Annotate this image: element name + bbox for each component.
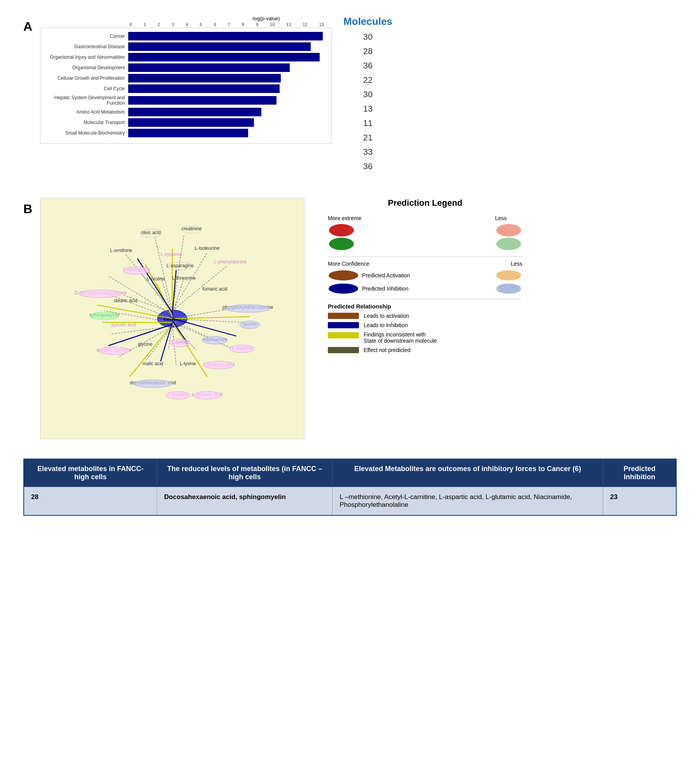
svg-text:pyruvic acid: pyruvic acid (112, 322, 136, 328)
predicted-relationship-label: Predicted Relationship (328, 303, 522, 310)
chart-area: -log(p-value) 0 1 2 3 4 5 6 7 8 9 10 11 … (40, 16, 332, 144)
effect-not-predicted-label: Effect not predicted (364, 347, 410, 353)
molecule-values: 30283622301311213336 (343, 31, 392, 175)
findings-inconsistent-label: Findings inconsistent with State of down… (364, 331, 437, 344)
bar-row: Small Molecule Biochemistry (40, 129, 331, 137)
svg-point-75 (170, 339, 190, 347)
chart-bars: CancerGastrointestinal DiseaseOrganismal… (40, 28, 332, 144)
bar-container (128, 84, 322, 93)
legend-divider-1 (328, 256, 522, 257)
more-confidence-label: More Confidence (328, 261, 369, 267)
bar-row: Cancer (40, 32, 331, 40)
bar-label: Cellular Growth and Proliferation (40, 75, 128, 81)
svg-point-89 (329, 284, 358, 294)
svg-point-74 (90, 312, 119, 320)
inhibition-bar (328, 322, 359, 328)
bar-fill (128, 53, 320, 61)
more-extreme-label: More extreme (328, 215, 361, 221)
cell-col4: 23 (603, 487, 676, 516)
molecule-count: 33 (343, 146, 392, 158)
svg-point-71 (79, 290, 122, 298)
bar-container (128, 108, 322, 116)
svg-point-85 (496, 224, 521, 236)
bar-container (128, 32, 322, 40)
bar-row: Cell Cycle (40, 84, 331, 93)
data-table: Elevated metabolites in FANCC-high cells… (23, 459, 677, 516)
legend-divider-2 (328, 299, 522, 299)
bar-label: Organismal Injury and Abnormalities (40, 54, 128, 60)
less-label: Less (495, 215, 507, 221)
bar-row: Organismal Injury and Abnormalities (40, 53, 331, 61)
svg-point-82 (133, 380, 172, 387)
bar-container (128, 63, 322, 72)
bar-container (128, 53, 322, 61)
bar-label: Organismal Development (40, 65, 128, 70)
svg-point-88 (496, 270, 521, 280)
svg-text:stearic acid: stearic acid (114, 298, 137, 303)
section-a-label: A (23, 19, 32, 34)
bar-container (128, 42, 322, 51)
svg-point-90 (496, 284, 521, 294)
molecule-count: 30 (343, 88, 392, 101)
green-ellipse (328, 237, 355, 250)
bar-fill (128, 129, 248, 137)
svg-point-77 (230, 345, 255, 353)
header-col4: Predicted Inhibition (603, 459, 676, 487)
svg-text:L-asparagine: L-asparagine (166, 263, 194, 268)
bar-fill (128, 84, 279, 93)
dark-navy-ellipse (328, 283, 359, 294)
axis-ticks: 0 1 2 3 4 5 6 7 8 9 10 11 12 13 (130, 22, 324, 27)
red-ellipse (328, 223, 355, 237)
bar-row: Amino Acid Metabolism (40, 108, 331, 116)
svg-point-78 (99, 347, 130, 355)
svg-point-70 (123, 266, 150, 274)
bar-label: Cell Cycle (40, 86, 128, 91)
light-orange-ellipse (495, 270, 522, 281)
less-confidence-label: Less (511, 261, 523, 267)
svg-text:L-ornithine: L-ornithine (110, 248, 132, 253)
bar-label: Hepatic System Development and Function (40, 95, 128, 106)
table-data-row: 28 Docosahexaenoic acid, sphingomyelin L… (24, 487, 676, 516)
dark-orange-ellipse (328, 270, 359, 281)
bar-row: Gastrointestinal Disease (40, 42, 331, 51)
svg-point-87 (329, 270, 358, 280)
bar-fill (128, 108, 261, 116)
leads-to-inhibition-label: Leads to Inhibition (364, 322, 408, 328)
svg-point-80 (166, 391, 191, 399)
molecules-column: Molecules 30283622301311213336 (343, 16, 392, 175)
activation-bar (328, 313, 359, 319)
molecule-count: 11 (343, 117, 392, 130)
svg-text:L-phenylalanine: L-phenylalanine (214, 259, 247, 265)
bar-label: Molecular Transport (40, 120, 128, 125)
svg-text:L-threonine: L-threonine (172, 275, 196, 281)
cell-col1: 28 (24, 487, 157, 516)
cell-col3: L –methionine, Acetyl-L-carnitine, L-asp… (332, 487, 603, 516)
svg-point-84 (329, 238, 354, 250)
svg-text:oleic acid: oleic acid (141, 230, 161, 235)
svg-point-76 (203, 336, 228, 344)
table-section: Elevated metabolites in FANCC-high cells… (23, 459, 677, 516)
svg-text:fumaric acid: fumaric acid (203, 286, 228, 292)
cell-col2: Docosahexaenoic acid, sphingomyelin (157, 487, 332, 516)
molecule-count: 36 (343, 60, 392, 72)
leads-to-activation-label: Leads to activation (364, 313, 409, 319)
molecule-count: 28 (343, 45, 392, 58)
section-b: B cancer (23, 198, 677, 439)
bar-row: Organismal Development (40, 63, 331, 72)
header-col2: The reduced levels of metabolites (in FA… (157, 459, 332, 487)
table-header-row: Elevated metabolites in FANCC-high cells… (24, 459, 676, 487)
bar-container (128, 129, 322, 137)
svg-point-79 (203, 361, 234, 369)
molecules-header: Molecules (343, 16, 392, 28)
bar-label: Amino Acid Metabolism (40, 109, 128, 115)
bar-fill (128, 63, 290, 72)
bar-row: Molecular Transport (40, 118, 331, 127)
network-diagram: cancer (40, 198, 304, 439)
not-predicted-bar (328, 347, 359, 353)
predicted-activation-label: Predicted Activation (362, 272, 495, 279)
bar-container (128, 96, 322, 105)
svg-text:creatinine: creatinine (182, 226, 202, 231)
molecule-count: 13 (343, 103, 392, 115)
light-green-ellipse (495, 237, 522, 250)
svg-text:L-lysine: L-lysine (180, 361, 196, 366)
